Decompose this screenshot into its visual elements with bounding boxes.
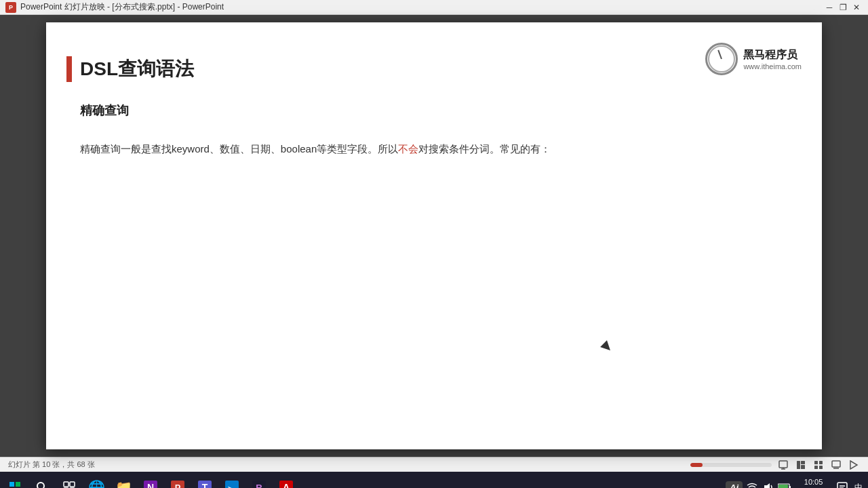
svg-rect-15 [64, 482, 68, 487]
progress-bar-fill [690, 463, 703, 467]
section-heading: 精确查询 [80, 102, 129, 119]
statusbar-right [690, 460, 860, 470]
ai-button[interactable]: Ai [726, 481, 743, 489]
body-text-highlight: 不会 [398, 143, 418, 155]
slide-info: 幻灯片 第 10 张，共 68 张 [8, 460, 95, 470]
svg-rect-10 [832, 461, 840, 467]
svg-text:N: N [147, 482, 154, 488]
slide-area: DSL查询语法 黑马程序员 www.itheima.com 精确查询 精确查询一… [0, 15, 868, 457]
close-button[interactable]: ✕ [850, 1, 863, 14]
red-app-taskbar-icon[interactable]: A [274, 475, 298, 488]
logo-main-text: 黑马程序员 [743, 48, 802, 62]
body-text: 精确查询一般是查找keyword、数值、日期、boolean等类型字段。所以不会… [80, 141, 551, 157]
slide-sorter-icon[interactable] [812, 460, 825, 470]
battery-tray-icon[interactable] [778, 475, 791, 488]
progress-bar [690, 463, 772, 467]
terminal-taskbar-icon[interactable]: >_ [220, 475, 244, 488]
logo-sub-text: www.itheima.com [743, 62, 802, 70]
search-taskbar-button[interactable] [30, 475, 54, 488]
ppt-logo-icon: P [5, 2, 16, 13]
teams-taskbar-icon[interactable]: T [193, 475, 217, 488]
windows-logo-icon [9, 482, 20, 488]
window-title: PowerPoint 幻灯片放映 - [分布式搜索.pptx] - PowerP… [20, 1, 224, 13]
presentation-view-icon[interactable] [777, 460, 789, 470]
logo-area: 黑马程序员 www.itheima.com [705, 43, 802, 75]
titlebar-left: P PowerPoint 幻灯片放映 - [分布式搜索.pptx] - Powe… [5, 1, 224, 13]
restore-button[interactable]: ❐ [837, 1, 849, 14]
windows-start-button[interactable] [3, 475, 27, 488]
svg-rect-6 [814, 461, 818, 464]
normal-view-icon[interactable] [795, 460, 807, 470]
svg-text:R: R [256, 483, 262, 488]
svg-text:T: T [202, 482, 208, 488]
rider-taskbar-icon[interactable]: R [247, 475, 271, 488]
title-bar: P PowerPoint 幻灯片放映 - [分布式搜索.pptx] - Powe… [0, 0, 868, 15]
svg-marker-12 [850, 461, 857, 469]
svg-rect-8 [814, 466, 818, 469]
volume-tray-icon[interactable] [762, 475, 775, 488]
taskbar: 🌐 📁 N P T >_ R A Ai [0, 472, 868, 488]
taskbar-left: 🌐 📁 N P T >_ R A [3, 475, 298, 488]
reading-view-icon[interactable] [848, 460, 860, 470]
svg-rect-9 [819, 466, 823, 469]
language-icon[interactable]: 中 [852, 475, 865, 488]
svg-rect-3 [797, 461, 800, 469]
clock-time: 10:05 [797, 477, 830, 487]
svg-marker-32 [764, 483, 770, 488]
status-bar: 幻灯片 第 10 张，共 68 张 [0, 457, 868, 472]
notes-view-icon[interactable] [830, 460, 842, 470]
action-center-icon[interactable] [835, 475, 849, 488]
mouse-cursor [600, 340, 614, 354]
svg-rect-0 [779, 461, 787, 468]
powerpoint-taskbar-icon[interactable]: P [165, 475, 190, 488]
svg-rect-4 [801, 461, 805, 464]
titlebar-controls[interactable]: ─ ❐ ✕ [823, 1, 863, 14]
svg-text:P: P [175, 483, 181, 488]
svg-text:A: A [283, 482, 290, 488]
onenote-taskbar-icon[interactable]: N [138, 475, 163, 488]
task-view-button[interactable] [57, 475, 81, 488]
minimize-button[interactable]: ─ [823, 1, 835, 14]
file-explorer-taskbar-icon[interactable]: 📁 [111, 475, 136, 488]
svg-rect-36 [837, 483, 847, 488]
svg-text:>_: >_ [228, 485, 237, 488]
accent-bar [66, 56, 72, 82]
system-clock[interactable]: 10:05 2024/1/15 [794, 477, 833, 488]
edge-taskbar-icon[interactable]: 🌐 [84, 475, 108, 488]
network-tray-icon[interactable] [745, 475, 759, 488]
svg-rect-35 [778, 485, 788, 488]
body-text-part3: 对搜索条件分词。常见的有： [418, 143, 551, 155]
body-text-part1: 精确查询一般是查找keyword、数值、日期、boolean等类型字段。所以 [80, 143, 398, 155]
speedometer-needle [718, 50, 723, 60]
slide: DSL查询语法 黑马程序员 www.itheima.com 精确查询 精确查询一… [46, 22, 822, 449]
logo-circle-icon [705, 43, 738, 75]
svg-point-13 [37, 483, 44, 488]
logo-text: 黑马程序员 www.itheima.com [743, 48, 802, 70]
taskbar-right: Ai 10:05 2024/1/15 中 [726, 475, 865, 488]
slide-title: DSL查询语法 [80, 56, 194, 82]
svg-rect-16 [70, 482, 75, 487]
svg-rect-5 [801, 465, 805, 469]
svg-rect-7 [819, 461, 823, 464]
